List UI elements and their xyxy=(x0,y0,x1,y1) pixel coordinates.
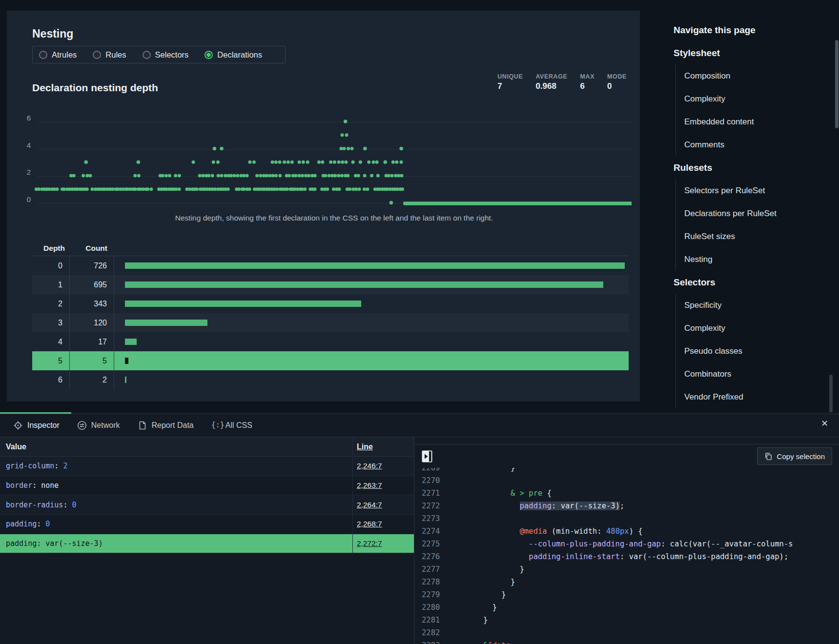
scatter-point xyxy=(226,187,230,191)
scatter-point xyxy=(278,161,282,164)
radio-option-declarations[interactable]: Declarations xyxy=(205,50,262,60)
close-icon[interactable]: ✕ xyxy=(821,419,828,428)
sidebar-item-combinators[interactable]: Combinators xyxy=(684,362,835,385)
value-table-row[interactable]: border-radius: 02,264:7 xyxy=(0,495,414,515)
radio-option-atrules[interactable]: Atrules xyxy=(39,50,77,60)
depth-table-row-5[interactable]: 55 xyxy=(32,351,629,370)
radio-option-selectors[interactable]: Selectors xyxy=(143,50,189,60)
scatter-point xyxy=(359,161,362,164)
sidebar-item-declarations-per-ruleset[interactable]: Declarations per RuleSet xyxy=(684,202,835,225)
scatter-point xyxy=(301,174,304,178)
scatter-point xyxy=(341,133,344,137)
scatter-point xyxy=(211,174,214,178)
count-bar xyxy=(125,282,603,288)
tab-label: Report Data xyxy=(152,421,194,430)
scatter-point xyxy=(213,187,217,191)
toggle-sidebar-icon[interactable] xyxy=(422,450,432,463)
depth-cell: 4 xyxy=(32,332,70,351)
scatter-point xyxy=(344,120,348,123)
value-table-row[interactable]: border: none2,263:7 xyxy=(0,476,414,496)
sidebar-scrollbar-thumb[interactable] xyxy=(829,375,833,413)
scatter-point xyxy=(137,160,141,164)
code-line: 2276 padding-inline-start: var(--column-… xyxy=(415,550,839,563)
sidebar-item-selectors-per-ruleset[interactable]: Selectors per RuleSet xyxy=(684,179,835,202)
count-bar xyxy=(125,262,625,269)
sidebar-item-ruleset-sizes[interactable]: RuleSet sizes xyxy=(684,225,835,248)
scatter-point xyxy=(246,174,249,178)
scatter-point xyxy=(401,187,404,191)
page-scrollbar-thumb[interactable] xyxy=(835,40,839,128)
value-table-row[interactable]: padding: var(--size-3)2,272:7 xyxy=(0,534,414,554)
scatter-point xyxy=(242,174,246,178)
code-line: 2272 padding: var(--size-3); xyxy=(415,500,839,512)
sidebar-item-specificity[interactable]: Specificity xyxy=(684,294,835,317)
scatter-point xyxy=(363,174,367,178)
line-link[interactable]: 2,272:7 xyxy=(357,539,382,548)
code-text: } xyxy=(456,576,515,588)
depth-table-row-0[interactable]: 0726 xyxy=(32,256,629,275)
scatter-point xyxy=(255,174,259,178)
scatter-point xyxy=(370,174,373,178)
sidebar-item-pseudo-classes[interactable]: Pseudo classes xyxy=(684,340,835,362)
scatter-point xyxy=(363,147,367,151)
scatter-point xyxy=(192,161,195,164)
copy-icon xyxy=(764,452,773,461)
tab-network[interactable]: Network xyxy=(77,421,120,430)
depth-table-row-3[interactable]: 3120 xyxy=(32,313,629,332)
y-axis-tick-label: 2 xyxy=(27,168,31,176)
depth-cell: 6 xyxy=(32,370,70,389)
line-number: 2283 xyxy=(415,639,450,644)
depth-cell: 1 xyxy=(32,275,70,294)
value-table-header: Value Line xyxy=(0,437,414,457)
line-number: 2273 xyxy=(415,512,450,525)
code-line: 2269 } xyxy=(415,468,839,474)
scatter-point xyxy=(133,187,137,191)
line-number: 2269 xyxy=(415,468,450,474)
scatter-point xyxy=(351,161,355,164)
scatter-point xyxy=(333,174,337,178)
line-number: 2278 xyxy=(415,576,450,588)
tab-all-css[interactable]: {:}All CSS xyxy=(211,421,252,430)
code-text: } xyxy=(456,563,524,576)
line-link[interactable]: 2,268:7 xyxy=(357,520,382,528)
value-table-row[interactable]: padding: 02,268:7 xyxy=(0,515,414,534)
sidebar-item-nesting[interactable]: Nesting xyxy=(684,248,835,271)
scatter-point xyxy=(337,174,340,178)
sidebar-item-vendor-prefixed[interactable]: Vendor Prefixed xyxy=(684,385,835,408)
value-table-row[interactable]: grid-column: 22,246:7 xyxy=(0,457,414,476)
depth-table-row-2[interactable]: 2343 xyxy=(32,294,629,313)
code-editor[interactable]: 2269 }22702271 & > pre {2272 padding: va… xyxy=(415,468,839,644)
code-card: Copy selection 2269 }22702271 & > pre {2… xyxy=(415,444,839,644)
depth-table-row-6[interactable]: 62 xyxy=(32,370,629,389)
line-link[interactable]: 2,264:7 xyxy=(357,501,382,509)
report-data-icon xyxy=(138,421,147,430)
scatter-point xyxy=(72,174,76,178)
code-text: --column-plus-padding-and-gap: calc(var(… xyxy=(456,538,793,550)
scatter-point xyxy=(248,187,251,191)
scatter-point xyxy=(82,174,85,178)
radio-option-rules[interactable]: Rules xyxy=(93,50,126,60)
line-column-header[interactable]: Line xyxy=(352,437,414,456)
tab-inspector[interactable]: Inspector xyxy=(13,421,60,430)
scatter-point xyxy=(395,161,398,164)
scatter-point xyxy=(283,161,286,164)
sidebar-item-comments[interactable]: Comments xyxy=(684,133,835,156)
sidebar-item-complexity[interactable]: Complexity xyxy=(684,87,835,110)
line-link[interactable]: 2,263:7 xyxy=(357,481,382,490)
line-link[interactable]: 2,246:7 xyxy=(357,462,382,470)
sidebar-item-composition[interactable]: Composition xyxy=(684,64,835,87)
scatter-point xyxy=(252,161,256,164)
scatter-point xyxy=(357,174,360,178)
depth-table-row-1[interactable]: 1695 xyxy=(32,275,629,294)
sidebar-item-embedded-content[interactable]: Embedded content xyxy=(684,110,835,133)
declaration-value: border-radius: 0 xyxy=(0,501,352,509)
depth-table-header: Depth Count xyxy=(32,241,629,256)
depth-table-row-4[interactable]: 417 xyxy=(32,332,629,351)
scatter-point xyxy=(397,174,400,178)
sidebar-item-complexity[interactable]: Complexity xyxy=(684,317,835,340)
scatter-point xyxy=(271,174,274,178)
tab-report-data[interactable]: Report Data xyxy=(138,421,194,430)
line-number: 2281 xyxy=(415,614,450,626)
copy-selection-button[interactable]: Copy selection xyxy=(757,447,832,465)
scatter-point xyxy=(146,187,149,191)
